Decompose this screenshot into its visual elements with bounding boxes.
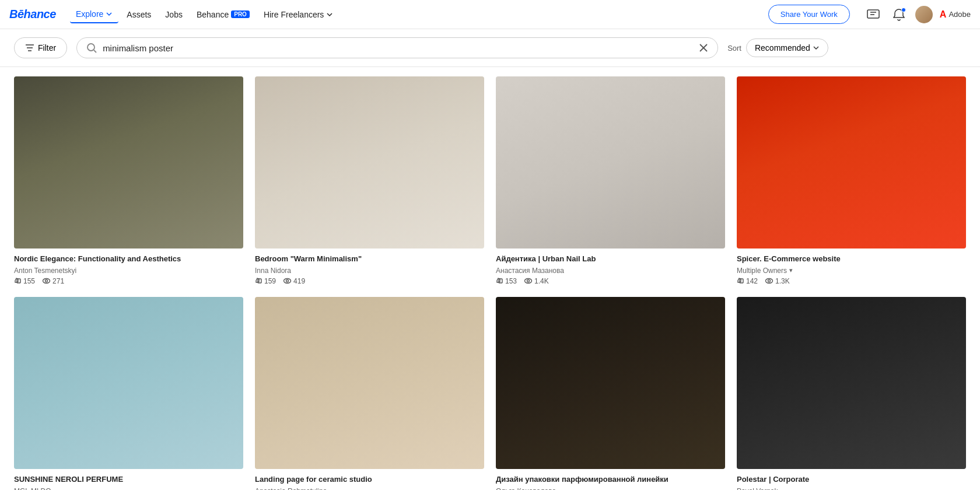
svg-point-15	[525, 279, 532, 284]
nav-assets[interactable]: Assets	[121, 6, 157, 23]
likes-stat: 153	[496, 277, 517, 285]
card-image	[14, 297, 243, 469]
card-meta: Polestar | Corporate Pavel Varnek 146	[737, 475, 966, 490]
card-title: Айдентика | Urban Nail Lab	[496, 254, 725, 264]
behance-logo[interactable]: Bēhance	[9, 8, 56, 21]
svg-line-5	[94, 50, 96, 52]
card-author: Ольга Коновалова	[496, 487, 725, 490]
project-card[interactable]: Spicer. E-Commerce website Multiple Owne…	[737, 76, 966, 285]
close-icon	[699, 43, 708, 52]
card-meta: Spicer. E-Commerce website Multiple Owne…	[737, 254, 966, 285]
card-title: SUNSHINE NEROLI PERFUME	[14, 475, 243, 485]
thumbs-up-icon	[737, 277, 744, 285]
header-icons: A Adobe	[864, 5, 971, 24]
clear-search-button[interactable]	[699, 43, 708, 52]
share-work-button[interactable]: Share Your Work	[768, 5, 850, 24]
card-title: Nordic Elegance: Functionality and Aesth…	[14, 254, 243, 264]
svg-point-16	[527, 280, 530, 282]
card-image	[737, 76, 966, 249]
views-stat: 1.3K	[765, 277, 790, 285]
card-author: Multiple Owners ▾	[737, 267, 966, 275]
card-author: Анастасия Мазанова	[496, 267, 725, 275]
nav-jobs[interactable]: Jobs	[159, 6, 188, 23]
author-dropdown-icon[interactable]: ▾	[789, 267, 793, 274]
card-author: Anton Tesmenetskyi	[14, 267, 243, 275]
thumbs-up-icon	[496, 277, 503, 285]
filter-button[interactable]: Filter	[14, 37, 67, 58]
card-meta: Bedroom "Warm Minimalism" Inna Nidora 15…	[255, 254, 484, 285]
card-author: Pavel Varnek	[737, 487, 966, 490]
svg-point-12	[284, 279, 291, 284]
project-card[interactable]: Landing page for ceramic studio Anastasi…	[255, 297, 484, 490]
card-image	[496, 76, 725, 249]
chevron-down-icon	[106, 10, 113, 18]
notification-dot	[901, 8, 906, 12]
nav-hire-freelancers[interactable]: Hire Freelancers	[258, 6, 339, 23]
card-meta: Дизайн упаковки парфюмированной линейки …	[496, 475, 725, 490]
card-title: Landing page for ceramic studio	[255, 475, 484, 485]
card-author: Inna Nidora	[255, 267, 484, 275]
card-meta: SUNSHINE NEROLI PERFUME MGL MLDO 534	[14, 475, 243, 490]
pro-badge: PRO	[231, 10, 250, 18]
projects-grid: Nordic Elegance: Functionality and Aesth…	[14, 76, 966, 490]
eye-icon	[765, 278, 774, 284]
thumbs-up-icon	[14, 277, 22, 285]
project-card[interactable]: Bedroom "Warm Minimalism" Inna Nidora 15…	[255, 76, 484, 285]
project-card[interactable]: Дизайн упаковки парфюмированной линейки …	[496, 297, 725, 490]
likes-stat: 155	[14, 277, 35, 285]
search-icon	[86, 43, 97, 53]
filter-icon	[25, 44, 34, 52]
project-card[interactable]: Айдентика | Urban Nail Lab Анастасия Маз…	[496, 76, 725, 285]
svg-point-10	[46, 280, 48, 282]
svg-rect-0	[867, 10, 879, 18]
card-author: MGL MLDO	[14, 487, 243, 490]
card-image	[14, 76, 243, 249]
card-image	[496, 297, 725, 469]
card-image	[255, 297, 484, 469]
card-author: Anastasia Rahmatulina	[255, 487, 484, 490]
user-avatar[interactable]	[915, 6, 933, 23]
likes-stat: 159	[255, 277, 276, 285]
card-stats: 159 419	[255, 277, 484, 285]
svg-point-4	[88, 44, 94, 51]
thumbs-up-icon	[255, 277, 262, 285]
likes-stat: 142	[737, 277, 758, 285]
svg-point-18	[766, 279, 773, 284]
eye-icon	[524, 278, 533, 284]
eye-icon	[42, 278, 51, 284]
card-meta: Nordic Elegance: Functionality and Aesth…	[14, 254, 243, 285]
card-stats: 153 1.4K	[496, 277, 725, 285]
nav-explore[interactable]: Explore	[70, 6, 118, 23]
chevron-down-icon	[813, 44, 820, 51]
notifications-icon-button[interactable]	[890, 5, 908, 24]
card-stats: 155 271	[14, 277, 243, 285]
search-input[interactable]	[103, 43, 699, 53]
card-title: Bedroom "Warm Minimalism"	[255, 254, 484, 264]
adobe-logo[interactable]: A Adobe	[940, 9, 971, 20]
nav-links: Explore Assets Jobs Behance PRO Hire Fre…	[70, 6, 340, 23]
adobe-icon: A	[940, 9, 947, 20]
grid-container: Nordic Elegance: Functionality and Aesth…	[0, 67, 980, 490]
chevron-down-icon	[326, 11, 333, 18]
views-stat: 271	[42, 277, 64, 285]
nav-behance-pro[interactable]: Behance PRO	[191, 6, 256, 23]
messages-icon-button[interactable]	[864, 5, 883, 24]
svg-point-9	[43, 279, 50, 284]
sort-section: Sort Recommended	[727, 38, 828, 57]
sort-dropdown-button[interactable]: Recommended	[746, 38, 828, 57]
card-image	[255, 76, 484, 249]
card-stats: 142 1.3K	[737, 277, 966, 285]
card-meta: Айдентика | Urban Nail Lab Анастасия Маз…	[496, 254, 725, 285]
project-card[interactable]: SUNSHINE NEROLI PERFUME MGL MLDO 534	[14, 297, 243, 490]
svg-point-13	[286, 280, 289, 282]
card-title: Дизайн упаковки парфюмированной линейки	[496, 475, 725, 485]
card-image	[737, 297, 966, 469]
card-title: Spicer. E-Commerce website	[737, 254, 966, 264]
project-card[interactable]: Nordic Elegance: Functionality and Aesth…	[14, 76, 243, 285]
header: Bēhance Explore Assets Jobs Behance PRO …	[0, 0, 980, 29]
messages-icon	[867, 9, 880, 20]
views-stat: 419	[283, 277, 305, 285]
card-title: Polestar | Corporate	[737, 475, 966, 485]
project-card[interactable]: Polestar | Corporate Pavel Varnek 146	[737, 297, 966, 490]
card-meta: Landing page for ceramic studio Anastasi…	[255, 475, 484, 490]
